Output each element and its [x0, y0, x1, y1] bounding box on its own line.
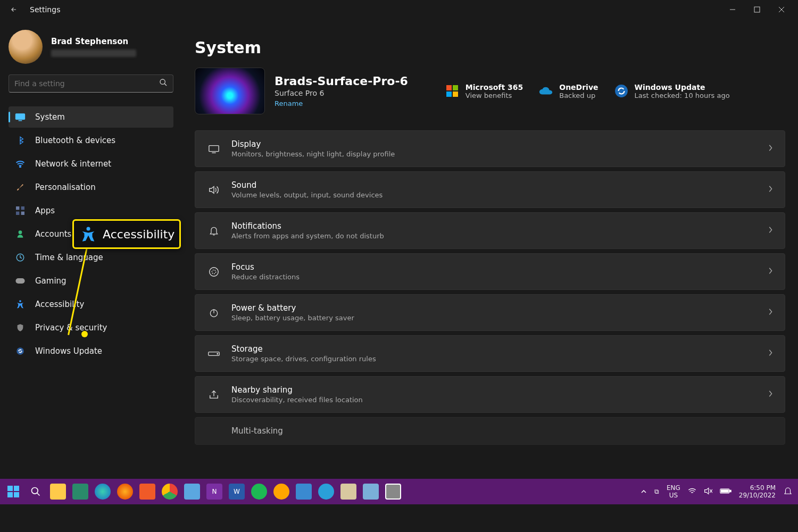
settings-icon[interactable]: [385, 484, 401, 500]
svg-point-18: [615, 85, 628, 97]
clock[interactable]: 6:50 PM29/10/2022: [739, 484, 776, 500]
nav-personalisation[interactable]: Personalisation: [9, 177, 173, 198]
chrome-icon[interactable]: [162, 484, 178, 500]
row-sub: Sleep, battery usage, battery saver: [231, 314, 757, 322]
nav-label: Gaming: [35, 276, 66, 286]
chip-windows-update[interactable]: Windows UpdateLast checked: 10 hours ago: [614, 83, 730, 99]
brave-icon[interactable]: [139, 484, 155, 500]
sidebar: Brad Stephenson System Bluetooth & devic…: [0, 19, 182, 479]
dropbox-tray-icon[interactable]: ⧉: [654, 488, 659, 495]
main-content: System Brads-Surface-Pro-6 Surface Pro 6…: [182, 19, 798, 479]
app-icon[interactable]: [296, 484, 312, 500]
chevron-right-icon: [768, 226, 773, 236]
edge-icon[interactable]: [95, 484, 111, 500]
row-title: Notifications: [231, 221, 757, 231]
nav-network[interactable]: Network & internet: [9, 153, 173, 174]
nav-label: Personalisation: [35, 182, 96, 192]
close-button[interactable]: [769, 1, 794, 18]
row-sound[interactable]: SoundVolume levels, output, input, sound…: [195, 171, 785, 208]
device-name: Brads-Surface-Pro-6: [275, 74, 408, 88]
chip-onedrive[interactable]: OneDriveBacked up: [539, 83, 598, 99]
svg-point-22: [212, 270, 215, 273]
spotify-icon[interactable]: [251, 484, 267, 500]
start-button[interactable]: [5, 484, 21, 500]
chevron-right-icon: [768, 185, 773, 195]
row-notifications[interactable]: NotificationsAlerts from apps and system…: [195, 212, 785, 249]
svg-line-5: [164, 84, 167, 86]
nav-time-language[interactable]: Time & language: [9, 247, 173, 268]
share-icon: [207, 389, 221, 400]
row-nearby-sharing[interactable]: Nearby sharingDiscoverability, received …: [195, 376, 785, 413]
nav-list: System Bluetooth & devices Network & int…: [9, 106, 173, 362]
chevron-right-icon: [768, 144, 773, 154]
svg-point-16: [19, 300, 21, 302]
file-explorer-icon[interactable]: [50, 484, 66, 500]
shield-icon: [15, 323, 26, 332]
person-icon: [15, 229, 26, 239]
nav-privacy[interactable]: Privacy & security: [9, 317, 173, 338]
user-block[interactable]: Brad Stephenson: [9, 26, 173, 70]
search-box[interactable]: [9, 74, 173, 93]
wifi-icon: [15, 160, 26, 168]
chevron-right-icon: [768, 307, 773, 318]
accessibility-icon: [15, 300, 26, 309]
nav-label: Bluetooth & devices: [35, 136, 115, 145]
taskbar-search-icon[interactable]: [28, 484, 44, 500]
row-storage[interactable]: StorageStorage space, drives, configurat…: [195, 335, 785, 372]
row-sub: Alerts from apps and system, do not dist…: [231, 232, 757, 240]
svg-line-33: [37, 493, 40, 496]
device-model: Surface Pro 6: [275, 89, 408, 97]
wifi-tray-icon[interactable]: [688, 488, 696, 496]
row-sub: Reduce distractions: [231, 273, 757, 281]
row-display[interactable]: DisplayMonitors, brightness, night light…: [195, 130, 785, 167]
nav-label: Windows Update: [35, 346, 102, 356]
battery-tray-icon[interactable]: [720, 488, 732, 496]
chip-sub: Last checked: 10 hours ago: [635, 92, 730, 99]
chip-title: OneDrive: [559, 83, 598, 92]
svg-rect-37: [729, 490, 731, 492]
app-icon[interactable]: [273, 484, 289, 500]
svg-rect-6: [15, 113, 25, 120]
nav-gaming[interactable]: Gaming: [9, 270, 173, 292]
row-multitasking[interactable]: Multi-tasking: [195, 417, 785, 445]
svg-point-32: [32, 488, 38, 494]
language-indicator[interactable]: ENGUS: [667, 484, 680, 500]
chevron-right-icon: [768, 389, 773, 400]
nav-apps[interactable]: Apps: [9, 200, 173, 221]
firefox-icon[interactable]: [117, 484, 133, 500]
nav-label: Network & internet: [35, 159, 111, 169]
chip-m365[interactable]: Microsoft 365View benefits: [445, 83, 523, 99]
row-focus[interactable]: FocusReduce distractions: [195, 253, 785, 290]
nav-accounts[interactable]: Accounts: [9, 223, 173, 245]
back-button[interactable]: [4, 0, 23, 19]
nav-accessibility[interactable]: Accessibility: [9, 294, 173, 315]
notepad-icon[interactable]: [363, 484, 379, 500]
chip-sub: View benefits: [466, 92, 523, 99]
telegram-icon[interactable]: [318, 484, 334, 500]
row-power[interactable]: Power & batterySleep, battery usage, bat…: [195, 294, 785, 331]
nav-label: Privacy & security: [35, 323, 107, 332]
apps-icon: [15, 206, 26, 215]
svg-rect-28: [7, 486, 13, 491]
nav-system[interactable]: System: [9, 106, 173, 128]
search-input[interactable]: [14, 79, 159, 88]
chevron-right-icon: [768, 348, 773, 359]
svg-point-26: [217, 353, 218, 354]
update-icon: [15, 346, 26, 356]
nav-bluetooth[interactable]: Bluetooth & devices: [9, 130, 173, 151]
app-icon[interactable]: [184, 484, 200, 500]
notifications-tray-icon[interactable]: [783, 486, 793, 497]
app-icon[interactable]: [340, 484, 356, 500]
taskbar[interactable]: N W ⧉ ENGUS 6:50 PM29/10/2022: [0, 479, 798, 504]
device-rename-link[interactable]: Rename: [275, 99, 408, 107]
word-icon[interactable]: W: [229, 484, 245, 500]
tray-chevron-up-icon[interactable]: [641, 488, 647, 495]
nav-windows-update[interactable]: Windows Update: [9, 340, 173, 362]
app-icon[interactable]: [72, 484, 88, 500]
maximize-button[interactable]: [745, 1, 769, 18]
volume-tray-icon[interactable]: [704, 487, 712, 496]
minimize-button[interactable]: [720, 1, 745, 18]
clock-globe-icon: [15, 253, 26, 262]
svg-rect-30: [7, 492, 13, 497]
onenote-icon[interactable]: N: [206, 484, 222, 500]
